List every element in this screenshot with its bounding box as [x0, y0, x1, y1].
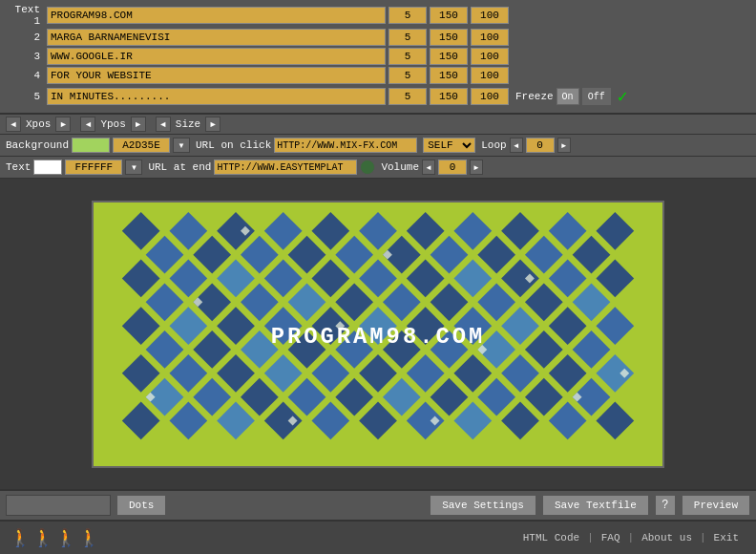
url-end-input[interactable]: [214, 160, 357, 175]
v2-input-1[interactable]: [430, 7, 468, 24]
figure-2: 🚶: [32, 527, 53, 548]
html-code-link[interactable]: HTML Code: [515, 532, 587, 543]
question-button[interactable]: ?: [655, 495, 676, 516]
target-select[interactable]: SELF BLANK: [423, 138, 475, 153]
row-label-3: 3: [6, 51, 44, 62]
background-group: Background ▼: [6, 138, 190, 153]
loop-next-button[interactable]: ►: [557, 138, 571, 153]
row-label-4: 4: [6, 70, 44, 81]
v2-input-3[interactable]: [430, 48, 468, 65]
volume-group: Volume ◄ ►: [381, 160, 483, 175]
text-row: 5 Freeze On Off ✓: [6, 86, 750, 107]
size-next-button[interactable]: ►: [205, 117, 220, 132]
text-input-3[interactable]: [47, 48, 386, 65]
preview-button[interactable]: Preview: [682, 495, 750, 516]
figure-4: 🚶: [78, 527, 99, 548]
v2-input-5[interactable]: [430, 88, 468, 105]
row-label-5: 5: [6, 91, 44, 102]
v3-input-2[interactable]: [471, 29, 509, 46]
url-end-group: URL at end: [148, 160, 375, 175]
figure-1: 🚶: [10, 527, 31, 548]
exit-link[interactable]: Exit: [706, 532, 746, 543]
save-settings-button[interactable]: Save Settings: [430, 495, 536, 516]
loop-label: Loop: [481, 139, 506, 151]
text-row: 3: [6, 48, 750, 65]
v1-input-3[interactable]: [388, 48, 427, 65]
rows-section: Text 1 2 3 4 5: [0, 0, 756, 115]
loop-input[interactable]: [526, 138, 555, 153]
volume-input[interactable]: [438, 160, 467, 175]
v1-input-5[interactable]: [388, 88, 427, 105]
ypos-prev-button[interactable]: ◄: [80, 117, 95, 132]
v3-input-3[interactable]: [471, 48, 509, 65]
text-dropdown-button[interactable]: ▼: [125, 160, 142, 175]
text-row: Text 1: [6, 4, 750, 27]
text-input-5[interactable]: [47, 88, 386, 105]
volume-label: Volume: [381, 161, 419, 173]
target-group: SELF BLANK: [423, 138, 475, 153]
dots-input[interactable]: [6, 495, 111, 516]
text-row: 2: [6, 29, 750, 46]
text-color-group: Text ▼: [6, 160, 142, 175]
xpos-next-button[interactable]: ►: [55, 117, 71, 132]
v3-input-5[interactable]: [471, 88, 509, 105]
xpos-prev-button[interactable]: ◄: [6, 117, 21, 132]
background-dropdown-button[interactable]: ▼: [173, 138, 190, 153]
url-end-indicator: [360, 160, 375, 175]
text-input-1[interactable]: [47, 7, 386, 24]
canvas-preview: PROGRAM98.COM: [92, 201, 664, 468]
ypos-next-button[interactable]: ►: [131, 117, 146, 132]
diamond-pattern: PROGRAM98.COM: [94, 202, 662, 468]
url-onclick-input[interactable]: [274, 138, 417, 153]
url-end-label: URL at end: [148, 161, 211, 173]
background-row: Background ▼ URL on click SELF BLANK Loo…: [0, 135, 756, 157]
row-label-2: 2: [6, 32, 44, 43]
save-textfile-button[interactable]: Save Textfile: [542, 495, 649, 516]
background-label: Background: [6, 139, 69, 151]
about-us-link[interactable]: About us: [634, 532, 700, 543]
url-onclick-group: URL on click: [196, 138, 417, 153]
bottom-bar: Dots Save Settings Save Textfile ? Previ…: [0, 489, 756, 520]
v1-input-2[interactable]: [388, 29, 427, 46]
footer-figures: 🚶 🚶 🚶 🚶: [10, 527, 99, 548]
size-label: Size: [176, 118, 200, 130]
main-container: Text 1 2 3 4 5: [0, 0, 756, 554]
url-onclick-label: URL on click: [196, 139, 271, 151]
background-color-swatch[interactable]: [72, 138, 110, 153]
xpos-ypos-row: ◄ Xpos ► ◄ Ypos ► ◄ Size ►: [0, 115, 756, 135]
background-hex-input[interactable]: [113, 138, 170, 153]
svg-text:PROGRAM98.COM: PROGRAM98.COM: [271, 324, 486, 350]
v3-input-4[interactable]: [471, 67, 509, 84]
freeze-off-button[interactable]: Off: [582, 88, 611, 105]
footer-links: HTML Code | FAQ | About us | Exit: [515, 532, 746, 543]
freeze-section: Freeze On Off ✓: [515, 86, 627, 107]
v1-input-1[interactable]: [388, 7, 427, 24]
text-input-4[interactable]: [47, 67, 386, 84]
text-color-swatch[interactable]: [33, 160, 62, 175]
row-label-1: Text 1: [6, 4, 44, 27]
text-row: 4: [6, 67, 750, 84]
text-row-settings: Text ▼ URL at end Volume ◄ ►: [0, 157, 756, 179]
faq-link[interactable]: FAQ: [594, 532, 628, 543]
volume-next-button[interactable]: ►: [470, 160, 483, 175]
loop-group: Loop ◄ ►: [481, 138, 570, 153]
footer-bar: 🚶 🚶 🚶 🚶 HTML Code | FAQ | About us | Exi…: [0, 520, 756, 554]
size-prev-button[interactable]: ◄: [156, 117, 171, 132]
figure-3: 🚶: [55, 527, 76, 548]
text-color-label: Text: [6, 161, 31, 173]
freeze-label: Freeze: [515, 91, 554, 102]
xpos-label: Xpos: [26, 118, 51, 130]
checkmark-icon: ✓: [618, 86, 628, 107]
loop-prev-button[interactable]: ◄: [510, 138, 523, 153]
v2-input-4[interactable]: [430, 67, 468, 84]
freeze-on-button[interactable]: On: [556, 88, 579, 105]
text-hex-input[interactable]: [65, 160, 122, 175]
dots-button[interactable]: Dots: [116, 495, 166, 516]
v1-input-4[interactable]: [388, 67, 427, 84]
text-input-2[interactable]: [47, 29, 386, 46]
volume-prev-button[interactable]: ◄: [422, 160, 435, 175]
preview-area: PROGRAM98.COM: [0, 179, 756, 489]
v3-input-1[interactable]: [471, 7, 509, 24]
v2-input-2[interactable]: [430, 29, 468, 46]
ypos-label: Ypos: [100, 118, 125, 130]
